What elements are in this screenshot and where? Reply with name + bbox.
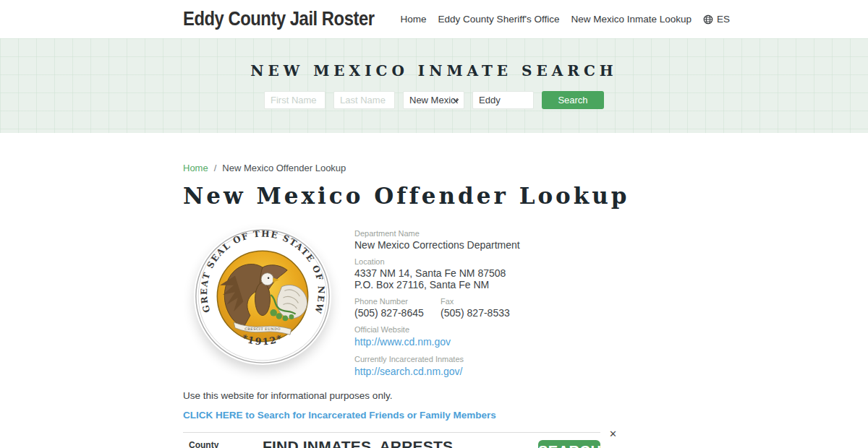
official-website-link[interactable]: http://www.cd.nm.gov [354,336,451,348]
main-nav: Home Eddy County Sheriff's Office New Me… [401,14,731,25]
first-name-input[interactable] [264,91,326,109]
main-content: Home / New Mexico Offender Lookup New Me… [183,163,685,448]
new-mexico-state-seal-image: GREAT SEAL OF THE STATE OF NEW MEXICO *1… [194,228,331,365]
detail-value: (505) 827-8645 [354,307,441,319]
detail-inmates: Currently Incarcerated Inmates http://se… [354,355,658,378]
detail-label: Phone Number [354,297,441,306]
detail-phone: Phone Number (505) 827-8645 [354,297,441,319]
hero-title: NEW MEXICO INMATE SEARCH [250,62,617,79]
detail-label: Currently Incarcerated Inmates [354,355,658,363]
detail-value: New Mexico Corrections Department [354,239,658,251]
nav-inmate-lookup[interactable]: New Mexico Inmate Lookup [571,14,692,25]
state-select[interactable]: New Mexico [403,91,464,109]
globe-icon [703,14,713,25]
breadcrumb: Home / New Mexico Offender Lookup [183,163,685,173]
ad-headline: FIND INMATES, ARRESTS WARRANTS & RECORDS [263,436,538,448]
breadcrumb-home-link[interactable]: Home [183,163,208,173]
last-name-input[interactable] [333,91,395,109]
language-switcher[interactable]: ES [703,14,730,25]
detail-website: Official Website http://www.cd.nm.gov [354,325,658,348]
seal-motto-text: CRESCIT EUNDO [244,327,281,331]
nav-sheriff-office[interactable]: Eddy County Sheriff's Office [438,14,560,25]
state-select-wrap: New Mexico [403,91,464,109]
department-details: Department Name New Mexico Corrections D… [354,228,658,384]
inmate-search-form: New Mexico Search [264,91,604,109]
informational-note: Use this website for informational purpo… [183,390,685,401]
ad-search-button[interactable]: SEARCH [538,440,600,448]
breadcrumb-current: New Mexico Offender Lookup [222,163,346,173]
detail-label: Official Website [354,325,658,334]
county-column-header: County [183,436,255,448]
county-table: County Bernalillo County Inmate Search [183,436,255,448]
detail-value: (505) 827-8533 [441,307,527,319]
detail-location: Location 4337 NM 14, Santa Fe NM 87508 P… [354,257,658,290]
hero-search-banner: NEW MEXICO INMATE SEARCH New Mexico Sear… [0,38,868,133]
close-icon[interactable]: ✕ [609,429,617,439]
bottom-ad-bar: ✕ County Bernalillo County Inmate Search… [183,432,600,448]
breadcrumb-separator: / [214,163,217,173]
detail-label: Fax [441,297,527,306]
site-title: Eddy County Jail Roster [183,8,374,30]
phone-fax-row: Phone Number (505) 827-8645 Fax (505) 82… [354,297,658,325]
incarcerated-inmates-link[interactable]: http://search.cd.nm.gov/ [354,366,462,377]
detail-fax: Fax (505) 827-8533 [441,297,527,319]
language-label: ES [717,14,730,25]
content-row: GREAT SEAL OF THE STATE OF NEW MEXICO *1… [183,228,685,384]
county-input[interactable] [472,91,534,109]
cta-search-link[interactable]: CLICK HERE to Search for Incarcerated Fr… [183,410,496,421]
detail-label: Department Name [354,229,658,238]
nav-home[interactable]: Home [401,14,427,25]
ad-headline-line1: FIND INMATES, ARRESTS [263,438,538,448]
site-header: Eddy County Jail Roster Home Eddy County… [0,0,868,38]
detail-label: Location [354,257,658,266]
hero-search-button[interactable]: Search [542,91,604,109]
page-title: New Mexico Offender Lookup [183,183,685,209]
detail-value: 4337 NM 14, Santa Fe NM 87508 P.O. Box 2… [354,267,521,290]
detail-department: Department Name New Mexico Corrections D… [354,229,658,251]
